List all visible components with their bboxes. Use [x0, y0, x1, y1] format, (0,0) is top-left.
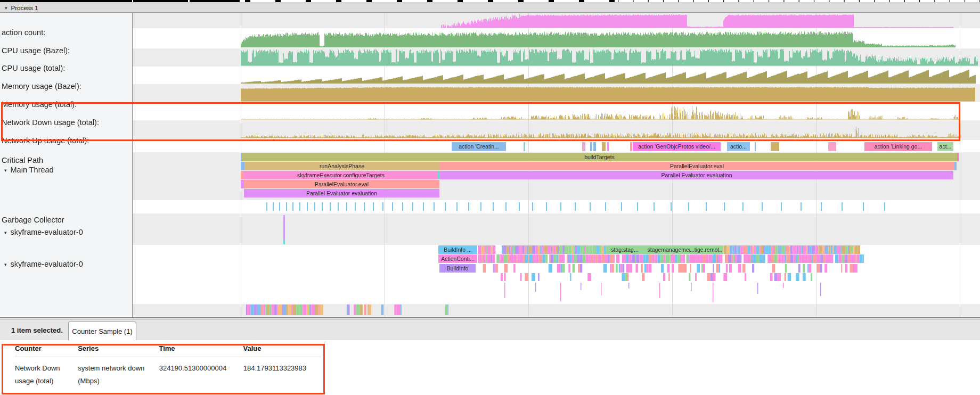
track-label-memory-bazel[interactable]: Memory usage (Bazel):: [2, 82, 81, 91]
triangle-down-icon[interactable]: ▾: [4, 262, 7, 267]
triangle-down-icon[interactable]: ▾: [4, 230, 7, 235]
main-thread-slice[interactable]: [241, 162, 244, 170]
main-thread-slice[interactable]: ParallelEvaluator.eval: [439, 162, 954, 170]
track-label-garbage-collector[interactable]: Garbage Collector: [2, 216, 64, 225]
track-label-cpu-bazel[interactable]: CPU usage (Bazel):: [2, 46, 70, 55]
highlight-box-counter-table: [2, 344, 325, 394]
main-thread-slice[interactable]: ParallelEvaluator.eval: [244, 180, 439, 188]
main-thread-slice[interactable]: Parallel Evaluator evaluation: [440, 171, 953, 179]
process-group-header[interactable]: ▾ Process 1: [0, 3, 980, 13]
track-label-cpu-total[interactable]: CPU usage (total):: [2, 64, 65, 73]
main-thread-slice[interactable]: [957, 153, 959, 161]
highlight-box-network-tracks: [1, 102, 960, 141]
triangle-down-icon[interactable]: ▾: [5, 5, 7, 11]
main-thread-slice[interactable]: [954, 162, 957, 170]
critical-path-slice[interactable]: action 'GenObjcProtos video/...: [633, 142, 721, 151]
triangle-down-icon[interactable]: ▾: [4, 168, 7, 173]
track-label-action-count[interactable]: action count:: [2, 28, 45, 37]
critical-path-slice[interactable]: action 'Linking go...: [864, 142, 932, 151]
critical-path-slice[interactable]: act...: [937, 142, 953, 151]
main-thread-slice[interactable]: Parallel Evaluator evaluation: [244, 189, 439, 198]
tab-counter-sample[interactable]: Counter Sample (1): [68, 322, 136, 340]
track-sidebar: action count: CPU usage (Bazel): CPU usa…: [0, 13, 133, 317]
main-thread-slice[interactable]: runAnalysisPhase: [244, 162, 439, 170]
main-thread-slice[interactable]: buildTargets: [242, 153, 957, 161]
skyframe-evaluator-slice[interactable]: BuildInfo ...: [438, 245, 477, 254]
skyframe-evaluator-slice[interactable]: BuildInfo: [439, 264, 476, 273]
skyframe-evaluator-slice[interactable]: ActionConti...: [438, 254, 477, 263]
selection-strip: 1 item selected. Counter Sample (1): [0, 319, 980, 340]
skyframe-evaluator-slice[interactable]: ...tige.remot...: [690, 245, 723, 254]
main-thread-slice[interactable]: skyframeExecutor.configureTargets: [244, 171, 438, 179]
track-label-skyframe-evaluator-0-b[interactable]: ▾skyframe-evaluator-0: [4, 260, 83, 269]
critical-path-slice[interactable]: action 'Creatin...: [452, 142, 506, 151]
track-label-skyframe-evaluator-0-a[interactable]: ▾skyframe-evaluator-0: [4, 228, 83, 237]
track-label-main-thread[interactable]: ▾Main Thread: [4, 166, 54, 175]
track-label-critical-path[interactable]: Critical Path: [2, 156, 43, 165]
critical-path-slice[interactable]: actio...: [727, 142, 750, 151]
process-group-label: Process 1: [11, 5, 38, 11]
trace-viewer: { "process_header": { "label": "Process …: [0, 0, 980, 395]
selection-status: 1 item selected.: [11, 320, 63, 341]
skyframe-evaluator-slice[interactable]: stag:stag...: [606, 245, 643, 254]
details-panel: 1 item selected. Counter Sample (1) Coun…: [0, 317, 980, 395]
